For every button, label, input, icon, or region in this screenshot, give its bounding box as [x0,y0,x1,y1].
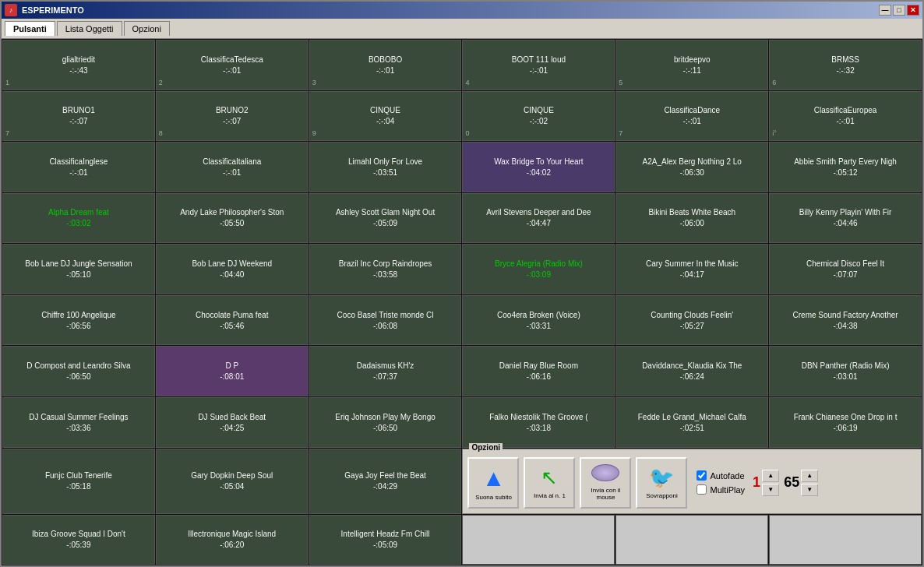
cell-bob-lane-jungle[interactable]: Bob Lane DJ Jungle Sensation -:05:10 [2,244,155,294]
counter1-spinners: ▲ ▼ [762,470,779,496]
options-buttons-row: ▲ Suona subito ↖ Invia al n. 1 Invia con… [467,457,916,509]
grid-row-10: Ibiza Groove Squad I Don't -:05:39 Illec… [2,515,922,565]
cell-a2a[interactable]: A2A_Alex Berg Nothing 2 Lo -:06:30 [615,142,768,192]
cell-fedde[interactable]: Fedde Le Grand_Michael Calfa -:02:51 [615,397,768,448]
cell-bikini-beats[interactable]: Bikini Beats White Beach -:06:00 [615,193,768,244]
main-window: ♪ ESPERIMENTO — □ ✕ Pulsanti Lista Ogget… [0,0,924,567]
cell-brmss[interactable]: BRMSS -:-:32 6 [769,40,922,90]
sovrapponi-button[interactable]: 🐦 Sovrapponi [636,457,687,509]
cell-ashley-scott[interactable]: Ashley Scott Glam Night Out -:05:09 [309,193,462,244]
invia-mouse-label: Invia con il mouse [581,487,630,501]
title-bar: ♪ ESPERIMENTO — □ ✕ [2,2,922,19]
autofade-row: Autofade [697,470,745,481]
invia-n1-button[interactable]: ↖ Invia al n. 1 [524,457,575,509]
cell-d-compost[interactable]: D Compost and Leandro Silva -:06:50 [2,346,155,396]
tab-pulsanti[interactable]: Pulsanti [5,21,55,36]
cell-daniel-ray[interactable]: Daniel Ray Blue Room -:06:16 [462,346,615,396]
counter1-down-button[interactable]: ▼ [762,484,779,496]
cell-cinque2[interactable]: CINQUE -:-:02 0 [462,91,615,142]
cell-cinque1[interactable]: CINQUE -:-:04 9 [309,91,462,142]
counter1-area: 1 ▲ ▼ [753,470,779,496]
multiplay-checkbox[interactable] [697,484,707,495]
cell-bobobo[interactable]: BOBOBO -:-:01 3 [309,40,462,90]
cell-falko[interactable]: Falko Niestolik The Groove ( -:03:18 [462,397,615,448]
menu-bar: Pulsanti Lista Oggetti Opzioni [2,19,922,39]
counter2-value: 65 [784,474,799,491]
cell-dj-casual[interactable]: DJ Casual Summer Feelings -:03:36 [2,397,155,448]
counter1-value: 1 [753,474,760,491]
cell-limahl[interactable]: Limahl Only For Love -:03:51 [309,142,462,192]
cell-coo4era[interactable]: Coo4era Broken (Voice) -:03:31 [462,295,615,346]
app-icon: ♪ [5,4,17,16]
suona-subito-button[interactable]: ▲ Suona subito [467,457,519,509]
cell-boot111[interactable]: BOOT 111 loud -:-:01 4 [462,40,615,90]
options-panel: Opzioni ▲ Suona subito ↖ Invia al n. 1 [462,449,922,514]
cell-chiffre100[interactable]: Chiffre 100 Angelique -:06:56 [2,295,155,346]
close-button[interactable]: ✕ [907,5,919,16]
cell-alpha-dream[interactable]: Alpha Dream feat -:03:02 [2,193,155,244]
cell-coco-basel[interactable]: Coco Basel Triste monde Cl -:06:08 [309,295,462,346]
counter2-up-button[interactable]: ▲ [801,470,818,482]
counter2-down-button[interactable]: ▼ [801,484,818,496]
cell-creme-sound[interactable]: Creme Sound Factory Another -:04:38 [769,295,922,346]
cell-ibiza-groove[interactable]: Ibiza Groove Squad I Don't -:05:39 [2,515,155,565]
grid-row-9: Funjc Club Tenerife -:05:18 Gary Dopkin … [2,449,922,514]
invia-n1-label: Invia al n. 1 [534,492,566,499]
tab-opzioni[interactable]: Opzioni [124,21,170,36]
cell-bruno2[interactable]: BRUNO2 -:-:07 8 [156,91,309,142]
cell-wax-bridge[interactable]: Wax Bridge To Your Heart -:04:02 [462,142,615,192]
cell-britdeepvo[interactable]: britdeepvo -:-:11 5 [615,40,768,90]
cell-empty-j5 [615,515,768,565]
cell-avril-stevens[interactable]: Avril Stevens Deeper and Dee -:04:47 [462,193,615,244]
autofade-label: Autofade [710,471,744,481]
cell-billy-kenny[interactable]: Billy Kenny Playin' With Fir -:04:46 [769,193,922,244]
invia-mouse-button[interactable]: Invia con il mouse [580,457,631,509]
grid-row-1: glialtriedit -:-:43 1 ClassificaTedesca … [2,40,922,90]
cell-bryce[interactable]: Bryce Alegria (Radio Mix) -:03:09 [462,244,615,294]
multiplay-label: MultiPlay [710,485,745,495]
oval-icon [591,464,619,481]
cell-classificaitaliana[interactable]: ClassificaItaliana -:-:01 [156,142,309,192]
cell-dadaismus[interactable]: Dadaismus KH'z -:07:37 [309,346,462,396]
grid-area: glialtriedit -:-:43 1 ClassificaTedesca … [2,39,922,565]
cell-funjc[interactable]: Funjc Club Tenerife -:05:18 [2,449,155,514]
cell-classificaeuropea[interactable]: ClassificaEuropea -:-:01 i° [769,91,922,142]
cell-dbn[interactable]: DBN Panther (Radio Mix) -:03:01 [769,346,922,396]
cell-counting-clouds[interactable]: Counting Clouds Feelin' -:05:27 [615,295,768,346]
cell-intelligent-headz[interactable]: Intelligent Headz Fm Chill -:05:09 [309,515,462,565]
cell-dj-sued[interactable]: DJ Sued Back Beat -:04:25 [156,397,309,448]
window-title: ESPERIMENTO [22,5,84,15]
cell-brazil-inc[interactable]: Brazil Inc Corp Raindropes -:03:58 [309,244,462,294]
cell-gary-dopkin[interactable]: Gary Dopkin Deep Soul -:05:04 [156,449,309,514]
autofade-checkbox[interactable] [697,470,707,481]
cell-bruno1[interactable]: BRUNO1 -:-:07 7 [2,91,155,142]
cell-classificadance[interactable]: ClassificaDance -:-:01 7 [615,91,768,142]
cell-eriq-johnson[interactable]: Eriq Johnson Play My Bongo -:06:50 [309,397,462,448]
maximize-button[interactable]: □ [893,5,905,16]
grid-row-5: Bob Lane DJ Jungle Sensation -:05:10 Bob… [2,244,922,294]
minimize-button[interactable]: — [879,5,891,16]
grid-row-6: Chiffre 100 Angelique -:06:56 Chocolate … [2,295,922,346]
cell-frank-chianese[interactable]: Frank Chianese One Drop in t -:06:19 [769,397,922,448]
counter2-spinners: ▲ ▼ [801,470,818,496]
cell-gaya-joy[interactable]: Gaya Joy Feel the Beat -:04:29 [309,449,462,514]
cell-bob-lane-weekend[interactable]: Bob Lane DJ Weekend -:04:40 [156,244,309,294]
arrow-corner-icon: ↖ [541,466,558,490]
counter1-up-button[interactable]: ▲ [762,470,779,482]
cell-abbie-smith[interactable]: Abbie Smith Party Every Nigh -:05:12 [769,142,922,192]
cell-daviddance[interactable]: Daviddance_Klaudia Kix The -:06:24 [615,346,768,396]
suona-subito-label: Suona subito [475,494,512,501]
cell-dp[interactable]: D P -:08:01 [156,346,309,396]
cell-chemical-disco[interactable]: Chemical Disco Feel It -:07:07 [769,244,922,294]
cell-glialtriedit[interactable]: glialtriedit -:-:43 1 [2,40,155,90]
tab-lista-oggetti[interactable]: Lista Oggetti [57,21,122,36]
bird-icon: 🐦 [649,466,674,490]
cell-cary-summer[interactable]: Cary Summer In the Music -:04:17 [615,244,768,294]
cell-classificatedesca[interactable]: ClassificaTedesca -:-:01 2 [156,40,309,90]
cell-classificainglese[interactable]: ClassificaInglese -:-:01 [2,142,155,192]
options-panel-label: Opzioni [469,443,503,452]
cell-illectronique[interactable]: Illectronique Magic Island -:06:20 [156,515,309,565]
cell-andy-lake[interactable]: Andy Lake Philosopher's Ston -:05:50 [156,193,309,244]
cell-chocolate-puma[interactable]: Chocolate Puma feat -:05:46 [156,295,309,346]
grid-row-2: BRUNO1 -:-:07 7 BRUNO2 -:-:07 8 CINQUE -… [2,91,922,142]
